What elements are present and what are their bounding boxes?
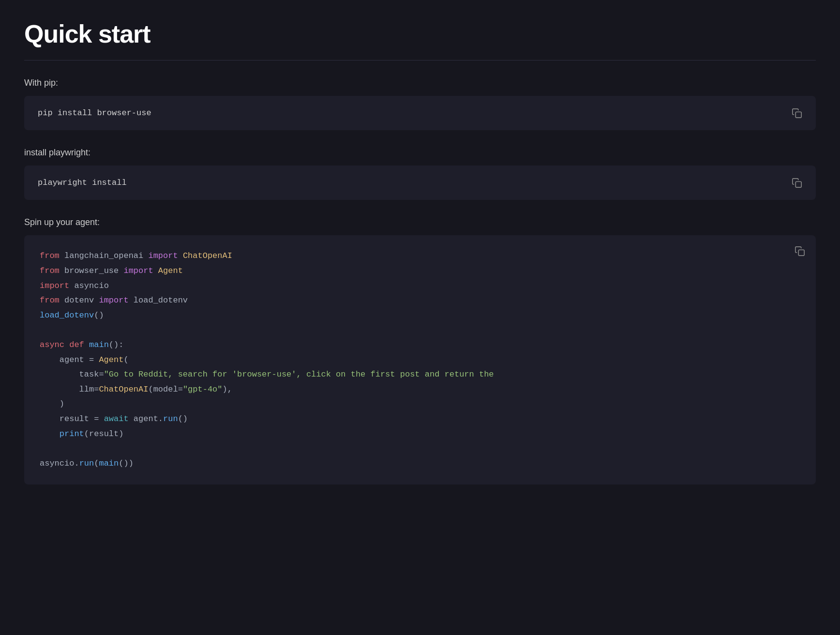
pip-label: With pip: bbox=[24, 78, 816, 88]
copy-icon-svg-3 bbox=[795, 246, 805, 257]
svg-rect-0 bbox=[795, 112, 801, 118]
pip-copy-button[interactable] bbox=[792, 108, 802, 119]
playwright-code-block: playwright install bbox=[24, 166, 816, 200]
playwright-copy-button[interactable] bbox=[792, 178, 802, 188]
copy-icon-svg-2 bbox=[792, 178, 802, 188]
agent-code-block: from langchain_openai import ChatOpenAI … bbox=[24, 235, 816, 484]
pip-code: pip install browser-use bbox=[38, 106, 792, 120]
svg-rect-2 bbox=[798, 250, 804, 256]
svg-rect-1 bbox=[795, 181, 801, 187]
agent-copy-button[interactable] bbox=[795, 246, 805, 257]
agent-code-pre: from langchain_openai import ChatOpenAI … bbox=[40, 249, 800, 471]
playwright-code: playwright install bbox=[38, 176, 792, 189]
title-divider bbox=[24, 60, 816, 60]
playwright-label: install playwright: bbox=[24, 148, 816, 158]
agent-label: Spin up your agent: bbox=[24, 217, 816, 227]
pip-code-block: pip install browser-use bbox=[24, 96, 816, 130]
copy-icon-svg bbox=[792, 108, 802, 119]
page-title: Quick start bbox=[24, 19, 816, 48]
